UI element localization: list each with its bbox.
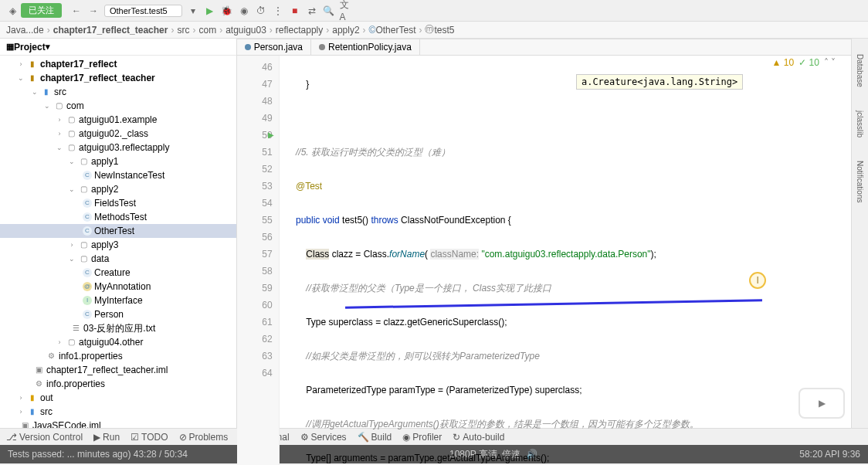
settings-icon[interactable]: 文A [340,5,352,17]
tab[interactable]: RetentionPolicy.java [311,39,420,55]
run-icon[interactable]: ▶ [204,5,216,17]
tree-item[interactable]: atguigu03.reflectapply [79,141,169,154]
coverage-icon[interactable]: ◉ [238,5,250,17]
forward-icon[interactable]: → [87,5,100,17]
tree-item[interactable]: MethodsTest [94,210,147,224]
problems-tab[interactable]: ⊘ Problems [179,432,229,443]
tree-item[interactable]: data [91,252,109,266]
tree-item[interactable]: info.properties [46,377,105,391]
status-left: Tests passed: ... minutes ago) 43:28 / 5… [8,449,188,460]
tree-item[interactable]: apply3 [91,238,118,252]
logo-icon: ◈ [6,5,19,17]
crumb[interactable]: Java...de [6,25,44,36]
crumb[interactable]: test5 [434,25,454,36]
crumb[interactable]: reflectapply [276,25,323,36]
tree-item[interactable]: atguigu04.other [79,335,143,349]
tree-item[interactable]: FieldsTest [94,196,136,210]
search-icon[interactable]: 🔍 [323,5,335,17]
tree-item[interactable]: apply2 [91,182,118,196]
tree-item[interactable]: info1.properties [59,349,123,363]
tree-item[interactable]: MyAnnotation [94,280,151,294]
back-icon[interactable]: ← [70,5,83,17]
stop-icon[interactable]: ■ [289,5,301,17]
right-tab-notifications[interactable]: Notifications [856,161,864,202]
run-gutter-icon[interactable]: ▶ [268,127,274,144]
debug-icon[interactable]: 🐞 [221,5,233,17]
tree-item[interactable]: chapter17_reflect [40,57,117,71]
tree-item[interactable]: MyInterface [94,294,143,307]
project-tab[interactable]: ▦ Project ▾ [0,39,236,56]
tree-item[interactable]: atguigu01.example [79,113,157,127]
tree-item[interactable]: NewInstanceTest [94,168,164,182]
crumb[interactable]: chapter17_reflect_teacher [53,25,168,36]
tree-item[interactable]: JavaSECode.iml [32,419,101,428]
tree-item[interactable]: chapter17_reflect_teacher.iml [46,363,168,377]
tab[interactable]: Person.java [237,39,311,55]
git-icon[interactable]: ⇄ [306,5,318,17]
more-icon[interactable]: ⋮ [272,5,284,17]
tree-item[interactable]: com [66,99,84,113]
right-tab-database[interactable]: Database [856,54,864,87]
code-editor[interactable]: ▲ 10 ✓ 10 ˄ ˅ a.Creature<java.lang.Strin… [237,56,852,465]
crumb[interactable]: OtherTest [375,25,415,36]
inspection-status[interactable]: ▲ 10 ✓ 10 ˄ ˅ [772,57,836,68]
tree-item[interactable]: src [54,85,66,99]
dropdown-icon[interactable]: ▾ [187,5,199,17]
todo-tab[interactable]: ☑ TODO [131,432,168,443]
video-watermark-icon: ▶ [798,388,845,419]
gutter: 46474849 50▶ 51525354 55565758 59606162 … [237,56,280,465]
tree-item[interactable]: apply1 [91,154,118,168]
project-tree[interactable]: ›▮chapter17_reflect ⌄▮chapter17_reflect_… [0,56,236,428]
quick-doc-tooltip: a.Creature<java.lang.String> [576,74,743,90]
run-tab[interactable]: ▶ Run [93,432,120,443]
follow-button[interactable]: 已关注 [21,3,62,18]
crumb[interactable]: com [198,25,216,36]
tree-item[interactable]: atguigu02._class [79,127,148,141]
tree-item[interactable]: chapter17_reflect_teacher [40,71,155,85]
profile-icon[interactable]: ⏱ [255,5,267,17]
tree-item[interactable]: out [40,391,53,405]
crumb[interactable]: src [177,25,189,36]
tree-item[interactable]: Creature [94,266,131,280]
crumb[interactable]: apply2 [332,25,359,36]
run-config-select[interactable]: OtherTest.test5 [104,5,182,17]
tree-item[interactable]: 03-反射的应用.txt [83,321,155,335]
version-control-tab[interactable]: ⎇ Version Control [6,432,83,443]
tree-item[interactable]: Person [94,307,124,321]
right-tab-jclasslib[interactable]: jclasslib [856,110,864,137]
breadcrumb: Java...de› chapter17_reflect_teacher› sr… [0,22,868,39]
tree-item[interactable]: src [40,405,53,419]
crumb[interactable]: atguigu03 [225,25,266,36]
tree-item[interactable]: OtherTest [94,224,134,238]
